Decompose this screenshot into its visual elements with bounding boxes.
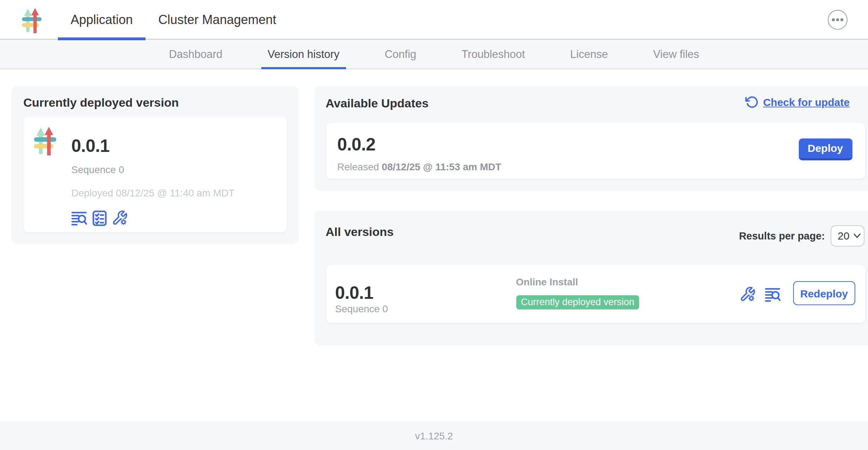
page-footer: v1.125.2 bbox=[0, 421, 868, 450]
kots-admin-console: Application Cluster Management Dashboard… bbox=[0, 0, 868, 450]
subnav-tab-version-history[interactable]: Version history bbox=[261, 40, 346, 69]
app-logo-icon bbox=[33, 125, 57, 155]
deployed-version-number: 0.0.1 bbox=[71, 135, 109, 155]
tab-application-label: Application bbox=[71, 12, 133, 27]
subnav-tab-license[interactable]: License bbox=[564, 40, 614, 69]
row-install-type: Online Install bbox=[516, 276, 578, 288]
currently-deployed-card: Currently deployed version 0.0.1 Sequenc… bbox=[11, 86, 299, 244]
all-versions-card: All versions Results per page: 20 0.0.1 … bbox=[314, 210, 868, 345]
tab-cluster-management-label: Cluster Management bbox=[158, 12, 276, 27]
preflight-checks-icon[interactable] bbox=[93, 210, 107, 226]
redeploy-button[interactable]: Redeploy bbox=[793, 281, 855, 305]
currently-deployed-badge: Currently deployed version bbox=[516, 295, 639, 309]
edit-config-icon[interactable] bbox=[112, 209, 128, 226]
currently-deployed-title: Currently deployed version bbox=[23, 96, 179, 110]
app-logo-icon bbox=[21, 7, 42, 33]
subnav-tab-troubleshoot[interactable]: Troubleshoot bbox=[455, 40, 531, 69]
top-header: Application Cluster Management bbox=[0, 0, 868, 40]
tab-cluster-management[interactable]: Cluster Management bbox=[145, 0, 289, 40]
header-tabs: Application Cluster Management bbox=[58, 0, 289, 40]
deploy-logs-icon[interactable] bbox=[765, 288, 781, 302]
results-per-page: Results per page: 20 bbox=[739, 225, 864, 247]
deploy-button[interactable]: Deploy bbox=[798, 138, 852, 160]
tab-application[interactable]: Application bbox=[58, 0, 145, 40]
update-version-number: 0.0.2 bbox=[337, 134, 375, 154]
ellipsis-icon bbox=[832, 19, 835, 21]
version-row: 0.0.1 Sequence 0 Online Install Currentl… bbox=[326, 265, 865, 323]
all-versions-title: All versions bbox=[326, 225, 394, 239]
results-per-page-select[interactable]: 20 bbox=[831, 225, 864, 247]
results-per-page-label: Results per page: bbox=[739, 230, 825, 242]
check-for-update-link[interactable]: Check for update bbox=[745, 95, 850, 109]
subnav-tab-dashboard[interactable]: Dashboard bbox=[162, 40, 229, 69]
row-sequence: Sequence 0 bbox=[335, 303, 388, 315]
deployed-sequence: Sequence 0 bbox=[71, 164, 124, 176]
subnav-tab-config[interactable]: Config bbox=[378, 40, 423, 69]
deployed-version-panel: 0.0.1 Sequence 0 Deployed 08/12/25 @ 11:… bbox=[23, 116, 287, 232]
subnav-tab-view-files[interactable]: View files bbox=[647, 40, 705, 69]
overflow-menu-button[interactable] bbox=[828, 10, 848, 30]
app-subnav: Dashboard Version history Config Trouble… bbox=[0, 40, 868, 69]
deployed-timestamp: Deployed 08/12/25 @ 11:40 am MDT bbox=[71, 187, 234, 199]
edit-config-icon[interactable] bbox=[739, 286, 755, 302]
console-version: v1.125.2 bbox=[415, 430, 453, 442]
row-version-number: 0.0.1 bbox=[335, 283, 373, 302]
available-updates-card: Available Updates Check for update 0.0.2… bbox=[314, 86, 868, 190]
available-updates-title: Available Updates bbox=[326, 97, 429, 111]
deploy-logs-icon[interactable] bbox=[71, 211, 88, 226]
update-released-timestamp: Released 08/12/25 @ 11:53 am MDT bbox=[337, 161, 501, 173]
check-for-update-label: Check for update bbox=[763, 96, 850, 108]
refresh-icon bbox=[745, 95, 759, 109]
update-row: 0.0.2 Released 08/12/25 @ 11:53 am MDT D… bbox=[326, 123, 865, 178]
